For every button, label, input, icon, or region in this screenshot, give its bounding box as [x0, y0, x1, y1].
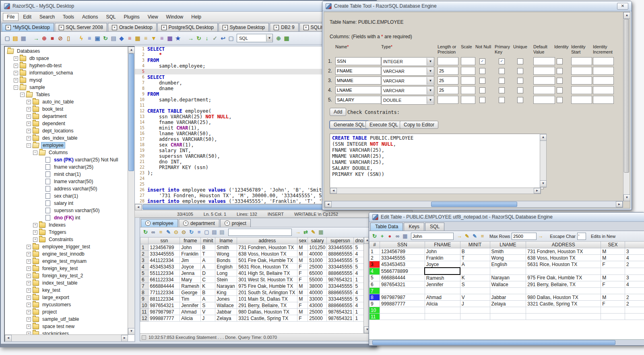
cell[interactable]: Narayan [490, 275, 526, 281]
default-value-input[interactable] [533, 57, 555, 65]
cell[interactable]: Wallace [490, 281, 526, 288]
add-connection-icon[interactable]: ⊕ [40, 34, 48, 42]
collapse-icon[interactable]: − [33, 151, 37, 155]
cell[interactable]: 5566778899 [380, 268, 425, 275]
tools-icon[interactable]: ⊕ [275, 34, 283, 42]
scroll-thumb[interactable] [372, 340, 615, 345]
result-row[interactable]: 10987654321JenniferSWallace291 Berry, Be… [140, 302, 365, 309]
scale-input[interactable] [461, 57, 475, 65]
tree-item-auto-inc-table[interactable]: +auto_inc_table [6, 98, 128, 105]
unique-checkbox[interactable] [517, 58, 523, 64]
cell[interactable] [460, 314, 490, 320]
expand-icon[interactable]: + [14, 71, 18, 75]
expand-icon[interactable]: + [27, 100, 31, 104]
tree-item-foreign-key-test-2[interactable]: +foreign_key_test_2 [6, 272, 128, 279]
tree-horizontal-scrollbar[interactable]: ◄ ► [5, 334, 128, 341]
edit-table-icon[interactable]: ▦ [134, 34, 142, 42]
default-value-input[interactable] [533, 96, 555, 104]
search-doc-icon[interactable]: ▣ [93, 34, 101, 42]
close-tab-icon[interactable]: × [183, 221, 188, 226]
clear-icon[interactable]: ✎ [471, 232, 479, 240]
close-tab-icon[interactable]: × [145, 221, 151, 226]
menu-actions[interactable]: Actions [78, 13, 101, 21]
view-icon[interactable]: ∞ [394, 232, 401, 240]
column-type-select[interactable]: VARCHAR▼ [381, 67, 434, 76]
tree-item-key-test[interactable]: +key_test [6, 287, 128, 294]
column-header-lname[interactable]: lname [215, 237, 237, 244]
cell[interactable]: 4 [625, 281, 644, 288]
tree-item-engine-test-myisam[interactable]: +engine_test_myisam [6, 258, 128, 265]
collapse-icon[interactable]: − [20, 93, 25, 97]
filter-edit-icon[interactable]: ≡ [157, 228, 165, 236]
scroll-up-icon[interactable]: ▲ [623, 12, 630, 19]
cell[interactable] [460, 307, 490, 314]
list-icon[interactable]: ≡ [195, 228, 203, 236]
result-row[interactable]: 5551122334JennaDLong401 High St, Bellair… [140, 270, 365, 277]
menu-sql[interactable]: SQL [102, 13, 119, 21]
highlight-icon[interactable]: ✎ [463, 232, 471, 240]
tree-item-employee[interactable]: −employee [6, 142, 128, 149]
cell[interactable]: B [460, 248, 490, 255]
results-tab-employee[interactable]: ×employee [141, 219, 178, 227]
execute-sql-button[interactable]: Execute SQL [365, 121, 402, 129]
cell[interactable]: 666884444 [380, 275, 425, 281]
primary-key-checkbox[interactable] [499, 68, 505, 74]
result-row[interactable]: 12999887777AliciaJZelaya3321 Castle, Spr… [140, 315, 365, 322]
cell[interactable]: 453453453 [380, 261, 425, 268]
identity-start-input[interactable] [571, 57, 592, 65]
edit-table-row[interactable]: 10 [369, 307, 644, 314]
identity-increment-input[interactable] [593, 76, 614, 85]
capsule-icon[interactable]: ▯ [64, 34, 72, 42]
filter-icon[interactable]: ▼ [150, 34, 158, 42]
cell[interactable]: 999887777 [380, 301, 425, 307]
cell[interactable]: Ahmad [425, 294, 460, 301]
default-value-input[interactable] [533, 76, 555, 85]
result-row[interactable]: 2333445555FranklinTWong638 Voss, Houston… [140, 251, 365, 257]
cell[interactable]: 731 Fondren, Houston TX [526, 248, 601, 255]
edit-table-row[interactable]: 1123456789JohnBSmith731 Fondren, Houston… [369, 248, 644, 255]
cell[interactable]: 975 Fire Oak, Humble TX [526, 275, 601, 281]
tab-keys[interactable]: Keys [404, 223, 424, 231]
tree-item-sample-utf-table[interactable]: +sample_utf_table [6, 316, 128, 323]
column-header-ssn[interactable]: ssn [149, 237, 180, 244]
go-arrow-icon[interactable]: → [456, 232, 463, 240]
cell[interactable] [425, 268, 460, 275]
not-null-checkbox[interactable]: ✓ [479, 58, 485, 64]
cell[interactable] [490, 314, 526, 320]
cell[interactable] [425, 307, 460, 314]
tree-item-mysql[interactable]: +mysql [6, 76, 128, 84]
cell[interactable]: 3 [625, 275, 644, 281]
scroll-right-icon[interactable]: ► [616, 201, 623, 207]
expand-icon[interactable]: + [27, 259, 31, 264]
length-input[interactable] [438, 86, 458, 94]
cell[interactable] [526, 268, 601, 275]
grid-icon[interactable]: ▦ [283, 34, 291, 42]
cell[interactable]: Joyce [425, 261, 460, 268]
tree-vertical-scrollbar[interactable]: ▲ ▼ [128, 47, 134, 335]
cell[interactable]: K [460, 275, 490, 281]
sql-horizontal-scrollbar[interactable]: ◄ ► [330, 188, 541, 194]
connection-tab-sql-server-2008[interactable]: ×SQL Server 2008 [55, 23, 107, 31]
column-header-sex[interactable]: SEX [601, 241, 625, 248]
results-search-input[interactable] [228, 229, 292, 236]
column-type-select[interactable]: INTEGER▼ [381, 57, 434, 66]
cell[interactable]: M [601, 275, 625, 281]
expand-icon[interactable]: + [27, 274, 31, 278]
result-row[interactable]: 1123456789JohnBSmith731 Fondren, Houston… [140, 244, 365, 251]
chevron-down-icon[interactable]: ▼ [427, 77, 434, 85]
column-name-input[interactable] [335, 86, 381, 94]
refresh-doc-icon[interactable]: ↻ [101, 34, 109, 42]
edit-sql-icon[interactable]: ✎ [310, 228, 317, 236]
expand-icon[interactable]: + [14, 64, 18, 68]
close-tab-icon[interactable]: × [223, 25, 228, 30]
chevron-down-icon[interactable]: ▼ [266, 35, 272, 41]
identity-checkbox[interactable] [557, 68, 563, 74]
cell[interactable]: Alicia [425, 301, 460, 307]
cell[interactable]: 3 [625, 248, 644, 255]
excel-icon[interactable]: ▦ [317, 228, 325, 236]
scroll-left-icon[interactable]: ◄ [330, 188, 337, 194]
tree-item-constraints[interactable]: +Constraints [6, 236, 128, 243]
expand-icon[interactable]: + [27, 107, 31, 111]
cell[interactable]: 2 [625, 261, 644, 268]
cell[interactable]: 2 [625, 301, 644, 307]
